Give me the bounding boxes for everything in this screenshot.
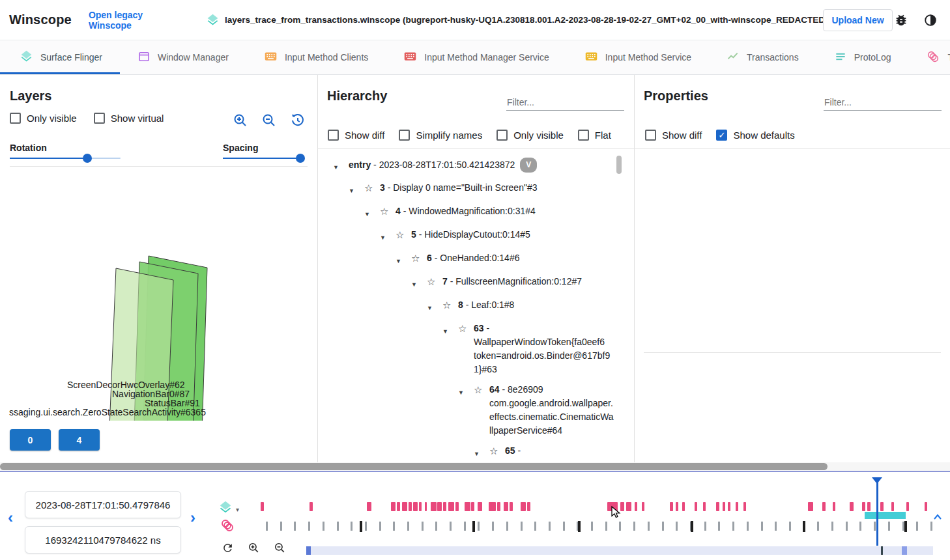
tree-node-64[interactable]: ▼☆64 - 8e26909 com.google.android.wallpa…: [323, 380, 617, 441]
transition-block[interactable]: [723, 502, 725, 511]
timeline-cursor-line[interactable]: [876, 477, 878, 546]
sf-entry-tick[interactable]: [874, 522, 876, 531]
expander-arrow-icon[interactable]: ▼: [442, 322, 458, 339]
transition-block[interactable]: [527, 502, 530, 511]
transition-block[interactable]: [471, 502, 474, 511]
transition-block[interactable]: [743, 502, 746, 511]
checkbox-simplify-names[interactable]: Simplify names: [399, 130, 482, 141]
transition-block[interactable]: [891, 502, 894, 511]
sf-entry-tick[interactable]: [435, 522, 437, 531]
sf-entry-tick[interactable]: [676, 522, 678, 531]
checkbox-box[interactable]: [94, 113, 105, 124]
transition-block[interactable]: [607, 502, 618, 511]
hierarchy-scrollbar[interactable]: [616, 156, 622, 455]
horizontal-scrollbar-thumb[interactable]: [0, 463, 828, 470]
sf-entry-tick[interactable]: [464, 522, 466, 531]
sf-entry-tick[interactable]: [351, 522, 353, 531]
transition-block[interactable]: [497, 502, 500, 511]
sf-entry-tick[interactable]: [916, 522, 918, 531]
collapse-timeline-chevron[interactable]: [932, 512, 943, 525]
sf-entry-tick[interactable]: [817, 522, 819, 531]
sf-entry-tick-bold[interactable]: [803, 521, 805, 532]
transition-block[interactable]: [367, 502, 371, 511]
checkbox-show-defaults[interactable]: ✓Show defaults: [716, 130, 794, 141]
sf-entry-tick[interactable]: [365, 522, 367, 531]
expander-arrow-icon[interactable]: ▼: [349, 181, 364, 198]
reset-view-icon[interactable]: [289, 112, 306, 129]
properties-filter-input[interactable]: [824, 94, 942, 111]
sf-entry-tick[interactable]: [450, 522, 452, 531]
sf-entry-tick-bold[interactable]: [472, 521, 475, 532]
timeline-zoom-in-icon[interactable]: [248, 542, 260, 557]
pin-star-icon[interactable]: ☆: [442, 298, 458, 312]
zoom-out-icon[interactable]: [261, 112, 278, 129]
timeline-cursor-handle[interactable]: [872, 477, 882, 484]
tree-node-5[interactable]: ▼☆5 - HideDisplayCutout:0:14#5: [323, 225, 617, 248]
transition-block[interactable]: [478, 502, 482, 511]
pin-star-icon[interactable]: ☆: [396, 228, 411, 242]
checkbox-show-diff[interactable]: Show diff: [328, 130, 384, 141]
expander-arrow-icon[interactable]: ▼: [458, 383, 474, 400]
transition-block[interactable]: [504, 502, 508, 511]
transitions-track-icon[interactable]: [220, 518, 235, 536]
display-button-4[interactable]: 4: [59, 429, 100, 451]
checkbox-flat[interactable]: Flat: [578, 130, 611, 141]
sf-entry-tick[interactable]: [393, 522, 395, 531]
expander-arrow-icon[interactable]: ▼: [364, 204, 380, 221]
dark-mode-icon[interactable]: [923, 12, 938, 28]
expander-arrow-icon[interactable]: ▼: [411, 275, 427, 292]
transition-block[interactable]: [880, 502, 884, 511]
sf-entry-tick[interactable]: [605, 522, 607, 531]
transition-block[interactable]: [670, 502, 673, 511]
sf-entry-tick[interactable]: [478, 522, 480, 531]
timeline-refresh-icon[interactable]: [222, 542, 234, 557]
sf-entry-tick[interactable]: [407, 522, 409, 531]
pin-star-icon[interactable]: ☆: [489, 444, 505, 458]
transition-block[interactable]: [703, 502, 706, 511]
transition-block[interactable]: [409, 502, 412, 511]
sf-entry-tick[interactable]: [662, 522, 664, 531]
tree-node-3[interactable]: ▼☆3 - Display 0 name="Built-in Screen"#3: [323, 178, 617, 201]
sf-entry-tick[interactable]: [761, 522, 763, 531]
transition-block[interactable]: [728, 502, 730, 511]
transition-block[interactable]: [465, 502, 470, 511]
expander-arrow-icon[interactable]: ▼: [427, 298, 442, 315]
transition-block[interactable]: [925, 502, 927, 511]
transition-block[interactable]: [397, 502, 400, 511]
checkbox-box[interactable]: [399, 130, 410, 141]
sf-entry-tick[interactable]: [846, 522, 848, 531]
open-legacy-link[interactable]: Open legacy Winscope: [89, 10, 185, 31]
tree-node-63[interactable]: ▼☆63 - WallpaperWindowToken{fa0eef6 toke…: [323, 318, 617, 380]
transition-block[interactable]: [833, 502, 835, 511]
transition-block[interactable]: [736, 502, 738, 511]
horizontal-scrollbar[interactable]: [0, 462, 950, 471]
next-entry-chevron[interactable]: ›: [190, 511, 195, 524]
tab-input-method-service[interactable]: Input Method Service: [567, 40, 709, 74]
sf-entry-tick[interactable]: [704, 522, 706, 531]
transition-block[interactable]: [682, 502, 685, 511]
timestamp-human-input[interactable]: [25, 491, 181, 518]
zoom-in-icon[interactable]: [232, 112, 249, 129]
tree-node-4[interactable]: ▼☆4 - WindowedMagnification:0:31#4: [323, 201, 617, 225]
sf-entry-tick-bold[interactable]: [904, 521, 907, 532]
tab-window-manager[interactable]: Window Manager: [120, 40, 246, 74]
tree-node-7[interactable]: ▼☆7 - FullscreenMagnification:0:12#7: [323, 272, 617, 295]
sf-entry-tick[interactable]: [718, 522, 720, 531]
transition-block[interactable]: [676, 502, 678, 511]
sf-entry-tick[interactable]: [732, 522, 734, 531]
transition-block[interactable]: [862, 502, 865, 511]
sf-entry-tick[interactable]: [563, 522, 565, 531]
checkbox-only-visible[interactable]: Only visible: [10, 113, 77, 124]
bug-report-icon[interactable]: [894, 12, 909, 28]
transition-block[interactable]: [309, 502, 313, 511]
sf-entry-tick[interactable]: [648, 522, 650, 531]
checkbox-box[interactable]: [10, 113, 21, 124]
transition-block[interactable]: [431, 502, 437, 511]
sf-entry-tick[interactable]: [280, 522, 282, 531]
sf-entry-tick[interactable]: [323, 522, 324, 531]
hierarchy-filter-input[interactable]: [506, 94, 624, 111]
tree-node-8[interactable]: ▼☆8 - Leaf:0:1#8: [323, 295, 617, 318]
pin-star-icon[interactable]: ☆: [411, 251, 427, 265]
sf-entry-tick[interactable]: [633, 522, 635, 531]
prev-entry-chevron[interactable]: ‹: [8, 511, 13, 524]
